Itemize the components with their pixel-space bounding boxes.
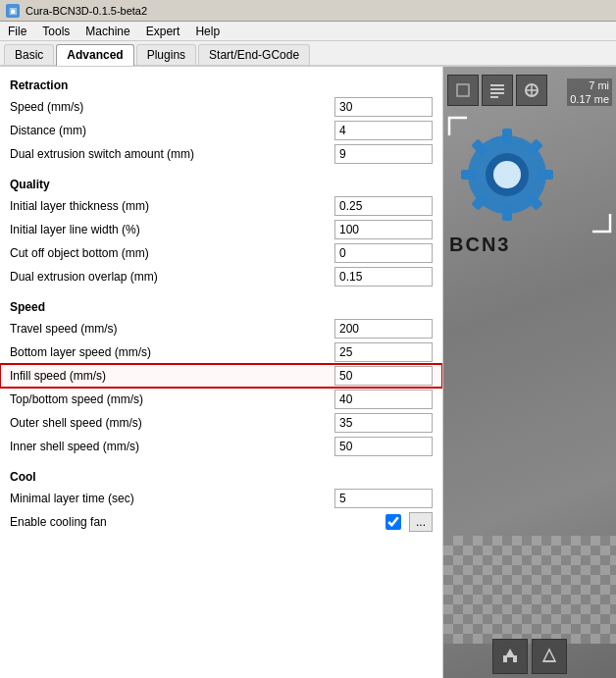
speed-outer-row: Outer shell speed (mm/s) [0, 411, 442, 435]
menu-file[interactable]: File [4, 24, 30, 39]
menu-help[interactable]: Help [191, 24, 224, 39]
quality-cutoff-input[interactable] [334, 243, 433, 263]
preview-bottom-icons [443, 639, 616, 674]
preview-icon-3[interactable] [516, 75, 547, 106]
quality-init-thick-row: Initial layer thickness (mm) [0, 194, 442, 218]
retraction-dual-row: Dual extrusion switch amount (mm) [0, 142, 442, 166]
retraction-distance-row: Distance (mm) [0, 119, 442, 142]
quality-dual-overlap-input[interactable] [334, 267, 433, 287]
cool-fan-checkbox[interactable] [385, 514, 401, 530]
speed-topbottom-input[interactable] [334, 390, 433, 409]
speed-infill-row: Infill speed (mm/s) [0, 364, 442, 388]
cool-fan-dots-button[interactable]: ... [409, 512, 433, 532]
quality-cutoff-label: Cut off object bottom (mm) [10, 246, 334, 260]
stats-line2: 0.17 me [567, 92, 612, 106]
svg-point-11 [493, 161, 521, 188]
tab-advanced[interactable]: Advanced [56, 44, 133, 66]
main-container: Retraction Speed (mm/s) Distance (mm) Du… [0, 67, 616, 678]
speed-topbottom-label: Top/bottom speed (mm/s) [10, 392, 334, 406]
tab-basic[interactable]: Basic [4, 44, 54, 65]
speed-topbottom-row: Top/bottom speed (mm/s) [0, 388, 442, 411]
speed-bottom-label: Bottom layer speed (mm/s) [10, 345, 334, 359]
speed-travel-input[interactable] [334, 319, 433, 339]
svg-rect-1 [458, 85, 468, 95]
quality-dual-overlap-row: Dual extrusion overlap (mm) [0, 265, 442, 288]
svg-rect-2 [490, 84, 504, 86]
quality-cutoff-row: Cut off object bottom (mm) [0, 241, 442, 265]
speed-infill-label: Infill speed (mm/s) [10, 369, 334, 383]
svg-rect-15 [538, 170, 553, 180]
quality-init-width-input[interactable] [334, 220, 433, 239]
cool-fan-row: Enable cooling fan ... [0, 510, 442, 534]
svg-rect-14 [461, 170, 477, 180]
window-title: Cura-BCN3D-0.1.5-beta2 [26, 5, 147, 17]
speed-inner-label: Inner shell speed (mm/s) [10, 440, 334, 453]
preview-bottom-icon-1[interactable] [492, 639, 528, 674]
retraction-speed-row: Speed (mm/s) [0, 95, 442, 119]
section-retraction-header: Retraction [0, 73, 442, 95]
svg-rect-3 [490, 88, 504, 90]
stats-line1: 7 mi [567, 78, 612, 92]
menu-bar: File Tools Machine Expert Help [0, 22, 616, 41]
retraction-distance-label: Distance (mm) [10, 124, 334, 137]
cool-fan-label: Enable cooling fan [10, 515, 385, 529]
svg-rect-12 [502, 129, 512, 144]
cool-minimal-input[interactable] [334, 489, 433, 508]
gear-icon-large [453, 121, 561, 232]
menu-tools[interactable]: Tools [38, 24, 74, 39]
preview-bottom-icon-2[interactable] [532, 639, 567, 674]
speed-travel-label: Travel speed (mm/s) [10, 322, 334, 336]
cool-minimal-label: Minimal layer time (sec) [10, 492, 334, 505]
menu-expert[interactable]: Expert [142, 24, 184, 39]
svg-rect-24 [443, 536, 616, 644]
speed-travel-row: Travel speed (mm/s) [0, 317, 442, 340]
quality-init-thick-input[interactable] [334, 196, 433, 216]
speed-inner-input[interactable] [334, 437, 433, 456]
quality-dual-overlap-label: Dual extrusion overlap (mm) [10, 270, 334, 284]
menu-machine[interactable]: Machine [81, 24, 133, 39]
preview-icon-2[interactable] [482, 75, 513, 106]
section-cool-header: Cool [0, 464, 442, 487]
settings-panel: Retraction Speed (mm/s) Distance (mm) Du… [0, 67, 443, 678]
retraction-speed-input[interactable] [334, 97, 433, 117]
section-speed-header: Speed [0, 294, 442, 317]
app-icon: ▣ [6, 4, 20, 18]
right-panel-preview: 7 mi 0.17 me [443, 67, 616, 678]
quality-init-width-row: Initial layer line width (%) [0, 218, 442, 241]
retraction-distance-input[interactable] [334, 121, 433, 140]
preview-icon-1[interactable] [447, 75, 479, 106]
title-bar: ▣ Cura-BCN3D-0.1.5-beta2 [0, 0, 616, 22]
corner-bracket-br [583, 204, 612, 236]
quality-init-thick-label: Initial layer thickness (mm) [10, 199, 334, 213]
speed-inner-row: Inner shell speed (mm/s) [0, 435, 442, 458]
tab-plugins[interactable]: Plugins [136, 44, 196, 65]
speed-outer-input[interactable] [334, 413, 433, 433]
cool-minimal-row: Minimal layer time (sec) [0, 487, 442, 510]
quality-init-width-label: Initial layer line width (%) [10, 223, 334, 236]
tab-start-end-gcode[interactable]: Start/End-GCode [198, 44, 310, 65]
speed-outer-label: Outer shell speed (mm/s) [10, 416, 334, 430]
svg-rect-4 [490, 92, 504, 94]
speed-infill-input[interactable] [334, 366, 433, 386]
retraction-speed-label: Speed (mm/s) [10, 100, 334, 114]
bcn3d-label: BCN3 [443, 234, 616, 256]
svg-rect-13 [502, 205, 512, 221]
retraction-dual-input[interactable] [334, 144, 433, 164]
preview-stats: 7 mi 0.17 me [567, 78, 612, 106]
speed-bottom-input[interactable] [334, 342, 433, 362]
checker-pattern [443, 536, 616, 644]
section-quality-header: Quality [0, 172, 442, 194]
svg-rect-5 [490, 96, 498, 98]
speed-bottom-row: Bottom layer speed (mm/s) [0, 340, 442, 364]
retraction-dual-label: Dual extrusion switch amount (mm) [10, 147, 334, 161]
tab-bar: Basic Advanced Plugins Start/End-GCode [0, 41, 616, 67]
